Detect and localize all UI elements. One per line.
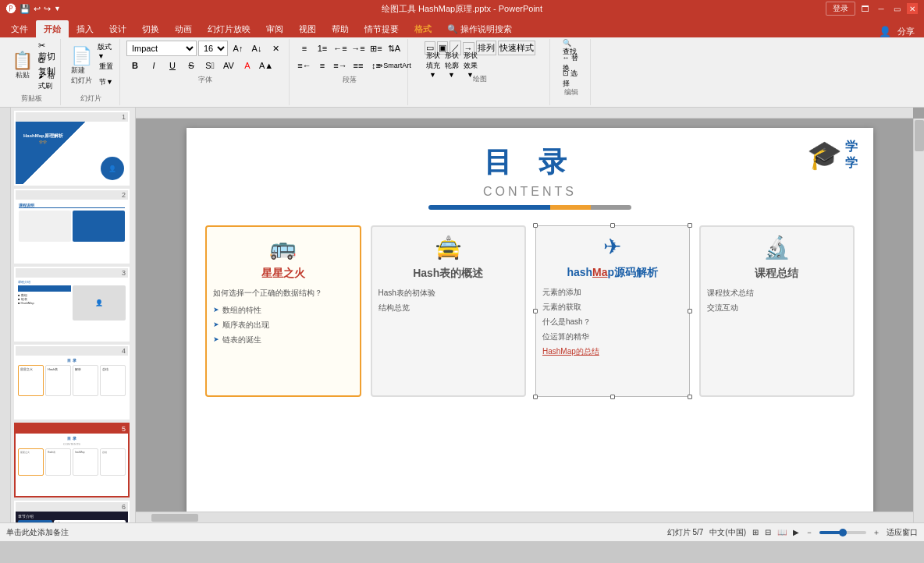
convert-smartart-btn[interactable]: ⇒SmartArt bbox=[386, 58, 403, 73]
card-2[interactable]: 🚖 Hash表的概述 Hash表的初体验 结构总览 bbox=[371, 225, 527, 397]
shadow-btn[interactable]: S⃝ bbox=[201, 58, 219, 73]
handle-bl bbox=[533, 395, 538, 399]
bold-btn[interactable]: B bbox=[126, 58, 144, 73]
customize-btn[interactable]: ▼ bbox=[54, 5, 61, 12]
quick-save[interactable]: 💾 bbox=[20, 4, 30, 14]
slide-thumb-1[interactable]: 1 HashMap原理解析 学学 👤 bbox=[14, 111, 130, 186]
reset-button[interactable]: 重置 bbox=[98, 59, 115, 73]
zoom-handle[interactable] bbox=[839, 529, 847, 536]
slide-thumb-4[interactable]: 4 目 录 星星之火 Hash表 解析 总结 bbox=[14, 345, 130, 420]
char-spacing-btn[interactable]: AV bbox=[220, 58, 237, 73]
tab-help[interactable]: 帮助 bbox=[324, 20, 357, 37]
card4-body: 课程技术总结 交流互动 bbox=[707, 287, 848, 317]
decrease-font-btn[interactable]: A↓ bbox=[248, 41, 265, 56]
layout-button[interactable]: 版式▼ bbox=[98, 44, 115, 58]
arrange-btn[interactable]: 排列 bbox=[476, 41, 496, 55]
slide-thumb-5[interactable]: 5 目 录 CONTENTS 星星之火 Hash表 hashMap 总结 bbox=[14, 423, 130, 497]
bottom-scroll[interactable] bbox=[136, 512, 913, 522]
tab-transitions[interactable]: 切换 bbox=[134, 20, 167, 37]
underline-btn[interactable]: U bbox=[164, 58, 181, 73]
tab-view[interactable]: 视图 bbox=[291, 20, 324, 37]
numbering-btn[interactable]: 1≡ bbox=[314, 41, 331, 56]
shape-fill-btn[interactable]: 形状填充▼ bbox=[425, 57, 442, 73]
tab-home[interactable]: 开始 bbox=[36, 20, 69, 37]
paste-icon: 📋 bbox=[12, 52, 33, 69]
drawing-group-label: 绘图 bbox=[473, 74, 487, 84]
top-scroll[interactable] bbox=[136, 108, 913, 119]
bullets-btn[interactable]: ≡ bbox=[296, 41, 313, 56]
v-scroll-thumb[interactable] bbox=[915, 120, 924, 151]
zoom-in[interactable]: ＋ bbox=[872, 527, 880, 538]
tab-format[interactable]: 格式 bbox=[407, 20, 439, 37]
tab-storyboard[interactable]: 情节提要 bbox=[357, 20, 407, 37]
card3-item-5: HashMap的总结 bbox=[542, 345, 683, 358]
logo-icon: 🎓 bbox=[807, 139, 842, 172]
view-normal[interactable]: ⊞ bbox=[752, 528, 759, 536]
zoom-slider[interactable] bbox=[819, 531, 866, 534]
left-scroll[interactable] bbox=[0, 108, 11, 522]
select-btn[interactable]: ⊡ 选择 bbox=[563, 72, 580, 86]
h-scroll-thumb[interactable] bbox=[151, 514, 198, 522]
close-btn[interactable]: ✕ bbox=[907, 3, 918, 14]
section-button[interactable]: 节▼ bbox=[98, 75, 115, 89]
text-direction-btn[interactable]: ⇅A bbox=[386, 41, 403, 56]
zoom-out[interactable]: － bbox=[805, 527, 813, 538]
highlight-btn[interactable]: A▲ bbox=[258, 58, 275, 73]
view-slide-sorter[interactable]: ⊟ bbox=[765, 528, 771, 536]
slide-thumb-3[interactable]: 3 课程介绍 ■ 数组■ 链表■ HashMap 👤 bbox=[14, 267, 130, 342]
justify-btn[interactable]: ≡≡ bbox=[350, 58, 367, 73]
strikethrough-btn[interactable]: S bbox=[183, 58, 200, 73]
fit-window[interactable]: 适应窗口 bbox=[887, 527, 918, 538]
tab-file[interactable]: 文件 bbox=[3, 20, 36, 37]
font-size-select[interactable]: 16 bbox=[198, 41, 228, 56]
shape-effect-btn[interactable]: 形状效果▼ bbox=[462, 57, 479, 73]
undo-btn[interactable]: ↩ bbox=[34, 4, 41, 14]
font-family-select[interactable]: Impact bbox=[126, 41, 197, 56]
shape-outline-btn[interactable]: 形状轮廓▼ bbox=[443, 57, 460, 73]
slide-header: 目 录 CONTENTS bbox=[187, 128, 873, 210]
minimize-btn[interactable]: ─ bbox=[876, 3, 887, 14]
view-reading[interactable]: 📖 bbox=[777, 528, 787, 536]
slide-thumb-6[interactable]: 6 章节介绍 内容... bbox=[14, 501, 130, 522]
card-1[interactable]: 🚌 星星之火 如何选择一个正确的数据结构？ ➤ 数组的特性 ➤ 顺序表的出现 bbox=[205, 225, 361, 397]
tab-animations[interactable]: 动画 bbox=[167, 20, 200, 37]
tab-design[interactable]: 设计 bbox=[101, 20, 134, 37]
align-right-btn[interactable]: ≡→ bbox=[332, 58, 349, 73]
tab-search[interactable]: 🔍操作说明搜索 bbox=[439, 20, 520, 37]
notes-area[interactable]: 单击此处添加备注 bbox=[6, 527, 69, 538]
quick-styles-btn[interactable]: 快速样式 bbox=[498, 41, 535, 55]
card2-body: Hash表的初体验 结构总览 bbox=[378, 287, 519, 317]
card-4[interactable]: 🔬 课程总结 课程技术总结 交流互动 bbox=[699, 225, 855, 397]
redo-btn[interactable]: ↪ bbox=[44, 4, 51, 14]
handle-tl bbox=[533, 223, 538, 228]
align-center-btn[interactable]: ≡ bbox=[314, 58, 331, 73]
columns-btn[interactable]: ⊞≡ bbox=[368, 41, 385, 56]
card4-title: 课程总结 bbox=[755, 267, 798, 281]
maximize-btn[interactable]: ▭ bbox=[891, 3, 902, 14]
login-button[interactable]: 登录 bbox=[826, 2, 855, 16]
right-scroll[interactable] bbox=[913, 119, 924, 522]
font-group-label: 字体 bbox=[198, 75, 212, 85]
indent-less-btn[interactable]: ←≡ bbox=[332, 41, 349, 56]
paste-button[interactable]: 📋 粘贴 bbox=[8, 50, 37, 83]
increase-font-btn[interactable]: A↑ bbox=[229, 41, 247, 56]
new-slide-button[interactable]: 📄 新建幻灯片 bbox=[67, 45, 96, 88]
card-3[interactable]: ✈ hashMap源码解析 元素的添加 元素的获取 什么是hash？ 位运算的精… bbox=[535, 225, 690, 397]
slide-logo: 🎓 学 学 bbox=[807, 139, 858, 172]
slide-thumb-2[interactable]: 2 课程说明 bbox=[14, 189, 130, 264]
font-color-btn[interactable]: A bbox=[239, 58, 256, 73]
format-painter-button[interactable]: 🖌 格式刷 bbox=[38, 74, 55, 88]
card3-icon: ✈ bbox=[603, 234, 621, 260]
restore-btn[interactable]: 🗖 bbox=[860, 3, 871, 14]
slide-count: 幻灯片 5/7 bbox=[667, 527, 704, 538]
tab-insert[interactable]: 插入 bbox=[69, 20, 101, 37]
tab-review[interactable]: 审阅 bbox=[258, 20, 291, 37]
share-btn[interactable]: 分享 bbox=[897, 26, 915, 37]
tab-slideshow[interactable]: 幻灯片放映 bbox=[200, 20, 258, 37]
status-bar: 单击此处添加备注 幻灯片 5/7 中文(中国) ⊞ ⊟ 📖 ▶ － ＋ 适应窗口 bbox=[0, 522, 924, 541]
clear-format-btn[interactable]: ✕ bbox=[267, 41, 284, 56]
italic-btn[interactable]: I bbox=[145, 58, 162, 73]
indent-more-btn[interactable]: →≡ bbox=[350, 41, 367, 56]
align-left-btn[interactable]: ≡← bbox=[296, 58, 313, 73]
view-slideshow[interactable]: ▶ bbox=[793, 528, 799, 536]
